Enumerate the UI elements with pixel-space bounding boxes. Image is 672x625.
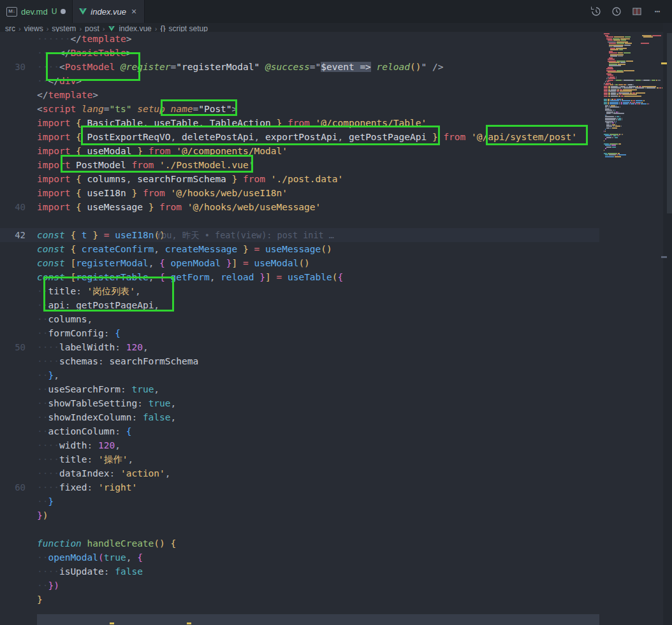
code-line[interactable]: 60····fixed: 'right': [0, 480, 599, 494]
code-line[interactable]: 50····labelWidth: 120,: [0, 340, 599, 354]
history-icon[interactable]: [590, 6, 602, 17]
markdown-file-icon: M↓: [6, 7, 17, 17]
git-blame-annotation: You, 昨天 • feat(view): post init …: [156, 228, 334, 242]
timeline-icon[interactable]: [611, 6, 622, 17]
line-number: 60: [0, 480, 26, 494]
code-line[interactable]: }): [0, 508, 599, 522]
code-line[interactable]: ······</template>: [0, 32, 599, 46]
code-line[interactable]: ····title: '操作',: [0, 452, 599, 466]
line-number: 50: [0, 340, 26, 354]
code-editor[interactable]: ······</template>····</BasicTable>30····…: [0, 32, 603, 625]
split-editor-icon[interactable]: [631, 6, 643, 17]
code-line[interactable]: 42const { t } = useI18n()You, 昨天 • feat(…: [0, 228, 599, 242]
code-line[interactable]: ··columns,: [0, 312, 599, 326]
vscode-window: M↓ dev.md U index.vue × ⋯ src › views: [0, 0, 672, 625]
code-line[interactable]: const { createConfirm, createMessage } =…: [0, 242, 599, 256]
tab-dev-md[interactable]: M↓ dev.md U: [0, 0, 73, 23]
unsaved-dot-icon[interactable]: [61, 9, 66, 14]
chevron-right-icon: ›: [18, 25, 21, 32]
code-line[interactable]: 40import { useMessage } from '@/hooks/we…: [0, 200, 599, 214]
code-line[interactable]: <script lang="ts" setup name="Post">: [0, 102, 599, 116]
editor-actions: ⋯: [590, 0, 672, 23]
chevron-right-icon: ›: [103, 25, 105, 32]
chevron-right-icon: ›: [79, 25, 82, 32]
chevron-right-icon: ›: [155, 25, 157, 32]
ruler-mark: [661, 256, 667, 258]
code-line[interactable]: function handleCreate() {: [0, 536, 599, 550]
chevron-right-icon: ›: [47, 25, 49, 32]
code-line[interactable]: const [registerModal, { openModal }] = u…: [0, 256, 599, 270]
code-line[interactable]: }: [0, 593, 599, 607]
code-line[interactable]: import { BasicTable, useTable, TableActi…: [0, 116, 599, 130]
code-line[interactable]: </template>: [0, 88, 599, 102]
tab-label: index.vue: [91, 7, 126, 17]
code-line[interactable]: ··</div>: [0, 74, 599, 88]
code-line[interactable]: ····width: 120,: [0, 438, 599, 452]
tab-bar: M↓ dev.md U index.vue × ⋯: [0, 0, 672, 23]
vue-file-icon: [79, 8, 87, 15]
code-line[interactable]: const [registerTable, { getForm, reload …: [0, 270, 599, 284]
code-line[interactable]: ····schemas: searchFormSchema: [0, 354, 599, 368]
code-line[interactable]: ··formConfig: {: [0, 326, 599, 340]
ruler-mark: [661, 62, 667, 64]
line-number: 30: [0, 60, 26, 74]
line-number: 42: [0, 228, 26, 242]
minimap[interactable]: [603, 32, 663, 625]
code-line[interactable]: [0, 214, 599, 228]
code-line[interactable]: import PostModel from './PostModel.vue': [0, 158, 599, 172]
code-line[interactable]: import { PostExportReqVO, deletePostApi,…: [0, 130, 599, 144]
code-line[interactable]: ··}): [0, 578, 599, 593]
partially-visible-line: [37, 614, 599, 625]
code-line[interactable]: ··useSearchForm: true,: [0, 382, 599, 396]
scrollbar-thumb[interactable]: [667, 33, 672, 213]
code-line[interactable]: ··showTableSetting: true,: [0, 396, 599, 410]
close-tab-icon[interactable]: ×: [130, 6, 138, 17]
code-line[interactable]: ··openModal(true, {: [0, 550, 599, 564]
code-line[interactable]: ··title: '岗位列表',: [0, 284, 599, 298]
code-line[interactable]: ····isUpdate: false: [0, 564, 599, 578]
code-line[interactable]: ····dataIndex: 'action',: [0, 466, 599, 480]
code-line[interactable]: [0, 522, 599, 536]
line-number: 40: [0, 200, 26, 214]
git-untracked-badge: U: [52, 7, 57, 16]
tab-label: dev.md: [21, 7, 48, 17]
code-line[interactable]: ··actionColumn: {: [0, 424, 599, 438]
more-actions-icon[interactable]: ⋯: [652, 6, 663, 17]
tab-index-vue[interactable]: index.vue ×: [73, 0, 145, 23]
code-line[interactable]: ··api: getPostPageApi,: [0, 298, 599, 312]
code-line[interactable]: 30····<PostModel @register="registerModa…: [0, 60, 599, 74]
code-line[interactable]: ··showIndexColumn: false,: [0, 410, 599, 424]
code-line[interactable]: ··}: [0, 494, 599, 508]
code-line[interactable]: ····</BasicTable>: [0, 46, 599, 60]
code-line[interactable]: ··},: [0, 368, 599, 382]
vue-file-icon: [109, 26, 115, 31]
code-line[interactable]: import { useI18n } from '@/hooks/web/use…: [0, 186, 599, 200]
code-line[interactable]: import { columns, searchFormSchema } fro…: [0, 172, 599, 186]
code-line[interactable]: import { useModal } from '@/components/M…: [0, 144, 599, 158]
